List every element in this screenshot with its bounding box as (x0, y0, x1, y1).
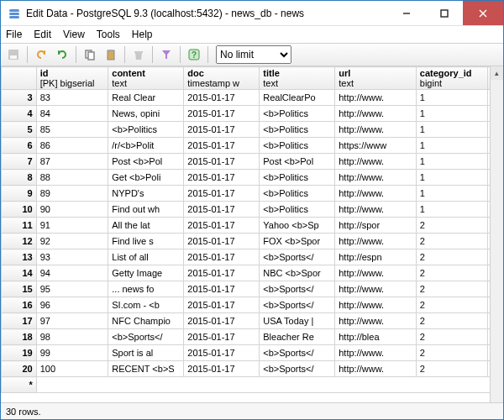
cell-id[interactable]: 85 (36, 122, 108, 138)
cell-title[interactable]: NBC <b>Spor (260, 265, 335, 281)
column-header-doc[interactable]: doctimestamp w (184, 67, 260, 90)
cell-content[interactable]: NFC Champio (108, 313, 184, 329)
cell-category[interactable]: 1 (416, 170, 488, 186)
cell-content[interactable]: Sport is al (108, 345, 184, 361)
cell-category[interactable]: 1 (416, 202, 488, 218)
table-row[interactable]: 989NYPD's 2015-01-17<b>Politicshttp://ww… (2, 186, 503, 202)
cell-url[interactable]: http://blea (335, 329, 417, 345)
cell-url[interactable]: http://www. (335, 234, 417, 249)
cell-category[interactable]: 1 (416, 138, 488, 154)
row-number[interactable]: 8 (2, 170, 37, 186)
cell-id[interactable]: 94 (36, 265, 108, 281)
menu-edit[interactable]: Edit (34, 29, 51, 40)
row-number[interactable]: 6 (2, 138, 37, 154)
cell-id[interactable]: 87 (36, 154, 108, 170)
cell-id[interactable]: 96 (36, 297, 108, 313)
save-button[interactable] (4, 45, 23, 64)
cell-url[interactable]: http://www. (335, 90, 417, 106)
cell-content[interactable]: Find live s (108, 234, 184, 249)
cell-content[interactable]: <b>Politics (108, 122, 184, 138)
cell-category[interactable]: 2 (416, 329, 488, 345)
cell-title[interactable]: USA Today | (260, 313, 335, 329)
table-row[interactable]: 1393List of all2015-01-17<b>Sports</http… (2, 249, 503, 265)
cell-content[interactable]: SI.com - <b (108, 297, 184, 313)
cell-id[interactable]: 83 (36, 90, 108, 106)
column-header-id[interactable]: id[PK] bigserial (36, 67, 108, 90)
scroll-up-icon[interactable]: ▴ (491, 66, 503, 80)
row-number[interactable]: 19 (2, 345, 37, 361)
row-number[interactable]: 15 (2, 281, 37, 297)
row-header-corner[interactable] (2, 67, 37, 90)
table-row[interactable]: 1696SI.com - <b2015-01-17<b>Sports</http… (2, 297, 503, 313)
cell-url[interactable]: http://espn (335, 249, 417, 265)
cell-url[interactable]: http://www. (335, 186, 417, 202)
table-row[interactable]: 1191All the lat2015-01-17Yahoo <b>Sphttp… (2, 218, 503, 234)
cell-title[interactable]: <b>Sports</ (260, 361, 335, 377)
cell-category[interactable]: 2 (416, 234, 488, 249)
menu-file[interactable]: File (6, 29, 22, 40)
minimize-button[interactable] (387, 1, 425, 25)
undo-button[interactable] (32, 45, 50, 64)
cell-content[interactable]: Real Clear (108, 90, 184, 106)
cell-id[interactable]: 89 (36, 186, 108, 202)
row-number[interactable]: 18 (2, 329, 37, 345)
paste-button[interactable] (102, 45, 120, 64)
cell-title[interactable]: <b>Politics (260, 106, 335, 122)
cell-id[interactable]: 86 (36, 138, 108, 154)
cell-url[interactable]: http://www. (335, 106, 417, 122)
new-row-marker[interactable]: * (2, 377, 37, 393)
cell-content[interactable]: ... news fo (108, 281, 184, 297)
cell-doc[interactable]: 2015-01-17 (184, 281, 260, 297)
cell-id[interactable]: 84 (36, 106, 108, 122)
cell-url[interactable]: http://www. (335, 297, 417, 313)
cell-doc[interactable]: 2015-01-17 (184, 313, 260, 329)
column-header-url[interactable]: urltext (335, 67, 417, 90)
cell-url[interactable]: http://www. (335, 265, 417, 281)
cell-title[interactable]: Yahoo <b>Sp (260, 218, 335, 234)
copy-button[interactable] (81, 45, 99, 64)
cell-category[interactable]: 2 (416, 249, 488, 265)
table-row[interactable]: 383Real Clear 2015-01-17RealClearPohttp:… (2, 90, 503, 106)
column-header-category[interactable]: category_idbigint (416, 67, 488, 90)
cell-content[interactable]: RECENT <b>S (108, 361, 184, 377)
table-row[interactable]: 1797NFC Champio2015-01-17USA Today |http… (2, 313, 503, 329)
column-header-content[interactable]: contenttext (108, 67, 184, 90)
cell-title[interactable]: <b>Politics (260, 122, 335, 138)
cell-doc[interactable]: 2015-01-17 (184, 361, 260, 377)
cell-id[interactable]: 100 (36, 361, 108, 377)
table-row[interactable]: 585<b>Politics2015-01-17<b>Politicshttp:… (2, 122, 503, 138)
cell-doc[interactable]: 2015-01-17 (184, 154, 260, 170)
cell-title[interactable]: RealClearPo (260, 90, 335, 106)
maximize-button[interactable] (425, 1, 463, 25)
cell-doc[interactable]: 2015-01-17 (184, 265, 260, 281)
cell-title[interactable]: <b>Politics (260, 202, 335, 218)
close-button[interactable] (463, 1, 503, 25)
menu-help[interactable]: Help (132, 29, 153, 40)
cell-id[interactable]: 88 (36, 170, 108, 186)
cell-doc[interactable]: 2015-01-17 (184, 90, 260, 106)
table-row[interactable]: 1090Find out wh2015-01-17<b>Politicshttp… (2, 202, 503, 218)
cell-content[interactable]: <b>Sports</ (108, 329, 184, 345)
cell-url[interactable]: http://spor (335, 218, 417, 234)
cell-url[interactable]: http://www. (335, 202, 417, 218)
row-number[interactable]: 12 (2, 234, 37, 249)
table-row[interactable]: 686/r/<b>Polit2015-01-17<b>Politicshttps… (2, 138, 503, 154)
refresh-button[interactable] (53, 45, 71, 64)
cell-content[interactable]: All the lat (108, 218, 184, 234)
cell-url[interactable]: https://www (335, 138, 417, 154)
table-row[interactable]: 484News, opini2015-01-17<b>Politicshttp:… (2, 106, 503, 122)
table-row[interactable]: 888Get <b>Poli2015-01-17<b>Politicshttp:… (2, 170, 503, 186)
row-number[interactable]: 4 (2, 106, 37, 122)
cell-doc[interactable]: 2015-01-17 (184, 202, 260, 218)
cell-content[interactable]: /r/<b>Polit (108, 138, 184, 154)
row-number[interactable]: 3 (2, 90, 37, 106)
cell-content[interactable]: NYPD's (108, 186, 184, 202)
cell-url[interactable]: http://www. (335, 154, 417, 170)
table-row[interactable]: 20100RECENT <b>S2015-01-17<b>Sports</htt… (2, 361, 503, 377)
row-number[interactable]: 10 (2, 202, 37, 218)
cell-category[interactable]: 2 (416, 361, 488, 377)
cell-category[interactable]: 2 (416, 218, 488, 234)
cell-id[interactable]: 97 (36, 313, 108, 329)
cell-title[interactable]: <b>Politics (260, 138, 335, 154)
cell-id[interactable]: 90 (36, 202, 108, 218)
